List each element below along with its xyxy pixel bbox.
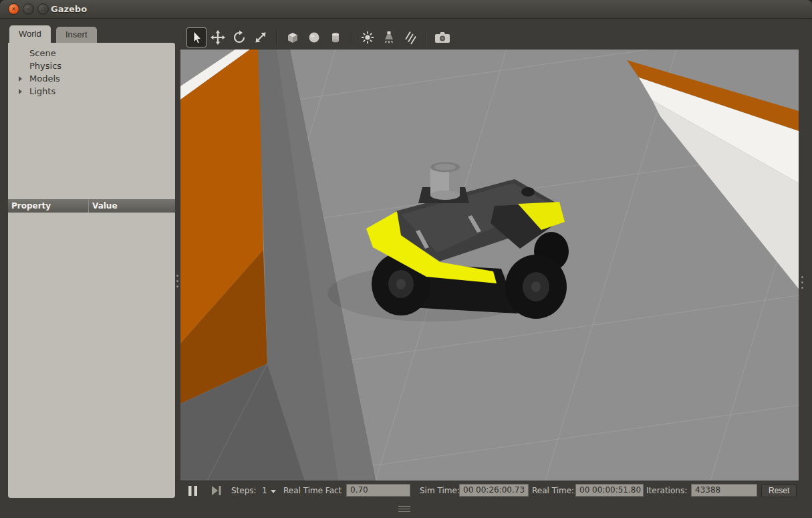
rotate-tool-button[interactable] bbox=[229, 27, 249, 47]
sim-time-field[interactable]: 00 00:26:00.73 bbox=[459, 484, 529, 497]
maximize-button[interactable]: □ bbox=[37, 3, 49, 15]
titlebar[interactable]: × − □ Gazebo bbox=[0, 0, 812, 19]
point-light-button[interactable] bbox=[358, 27, 378, 47]
tree-item-models[interactable]: Models bbox=[8, 72, 175, 85]
tree-item-lights[interactable]: Lights bbox=[8, 85, 175, 98]
rotate-icon bbox=[231, 29, 247, 45]
tree-item-label: Models bbox=[29, 74, 60, 84]
gazebo-window: × − □ Gazebo World Insert Scene Physics … bbox=[0, 0, 812, 518]
render-scene bbox=[180, 49, 799, 481]
close-button[interactable]: × bbox=[8, 3, 19, 15]
steps-value: 1 bbox=[262, 486, 267, 495]
directional-light-icon bbox=[402, 29, 418, 45]
maximize-icon: □ bbox=[41, 7, 45, 12]
tree-item-scene[interactable]: Scene bbox=[8, 47, 175, 59]
toolbar-separator bbox=[351, 29, 352, 45]
property-table-header: Property Value bbox=[8, 199, 175, 213]
spot-light-icon bbox=[381, 29, 397, 45]
column-header-value[interactable]: Value bbox=[89, 199, 175, 213]
tree-item-label: Lights bbox=[29, 86, 55, 96]
reset-button[interactable]: Reset bbox=[761, 484, 797, 497]
toolbar-separator bbox=[276, 29, 277, 45]
toolbar-separator bbox=[426, 29, 427, 45]
translate-tool-button[interactable] bbox=[208, 27, 228, 47]
move-icon bbox=[210, 29, 226, 45]
step-button[interactable] bbox=[211, 481, 222, 499]
splitter-dots-icon bbox=[801, 276, 803, 278]
viewport-3d[interactable] bbox=[180, 49, 799, 481]
world-panel: Scene Physics Models Lights Property Val… bbox=[8, 43, 175, 498]
directional-light-button[interactable] bbox=[400, 27, 420, 47]
sphere-icon bbox=[306, 29, 322, 45]
spot-light-button[interactable] bbox=[379, 27, 399, 47]
real-time-factor-field[interactable]: 0.70 bbox=[346, 484, 410, 497]
close-icon: × bbox=[12, 6, 16, 13]
camera-icon bbox=[434, 30, 451, 45]
sim-time-label: Sim Time: bbox=[420, 481, 460, 499]
spinbox-down-icon[interactable] bbox=[271, 490, 276, 493]
window-title: Gazebo bbox=[51, 4, 87, 14]
box-icon bbox=[285, 29, 301, 45]
sim-control-bar: Steps: 1 Real Time Fact 0.70 Sim Time: 0… bbox=[180, 481, 799, 499]
splitter-dots-icon bbox=[176, 275, 178, 277]
insert-sphere-button[interactable] bbox=[304, 27, 324, 47]
cylinder-icon bbox=[327, 29, 344, 45]
screenshot-button[interactable] bbox=[432, 27, 452, 47]
tree-item-label: Physics bbox=[29, 61, 61, 71]
tab-insert[interactable]: Insert bbox=[56, 27, 97, 43]
render-area: Steps: 1 Real Time Fact 0.70 Sim Time: 0… bbox=[180, 25, 799, 499]
right-splitter-handle[interactable] bbox=[799, 274, 805, 293]
point-light-icon bbox=[360, 29, 376, 45]
column-header-property[interactable]: Property bbox=[8, 199, 89, 213]
expander-icon[interactable] bbox=[19, 89, 22, 94]
insert-box-button[interactable] bbox=[283, 27, 303, 47]
minimize-button[interactable]: − bbox=[23, 3, 34, 15]
real-time-label: Real Time: bbox=[532, 481, 574, 499]
left-splitter-handle[interactable] bbox=[174, 273, 180, 291]
iterations-field[interactable]: 43388 bbox=[691, 484, 757, 497]
tree-item-label: Scene bbox=[29, 48, 56, 58]
tab-world[interactable]: World bbox=[9, 25, 51, 43]
steps-spinbox[interactable]: 1 bbox=[262, 481, 276, 499]
resize-grip[interactable] bbox=[398, 506, 410, 513]
cursor-icon bbox=[189, 30, 204, 45]
pause-icon bbox=[188, 486, 197, 496]
expander-icon[interactable] bbox=[19, 76, 22, 82]
tree-item-physics[interactable]: Physics bbox=[8, 59, 175, 72]
render-toolbar bbox=[180, 25, 799, 49]
minimize-icon: − bbox=[27, 6, 31, 13]
real-time-factor-label: Real Time Fact bbox=[283, 481, 342, 499]
scale-icon bbox=[253, 29, 269, 45]
insert-cylinder-button[interactable] bbox=[325, 27, 346, 47]
world-tree: Scene Physics Models Lights bbox=[8, 43, 175, 98]
step-forward-icon bbox=[211, 486, 222, 495]
real-time-field[interactable]: 00 00:00:51.80 bbox=[575, 484, 644, 497]
iterations-label: Iterations: bbox=[646, 481, 687, 499]
steps-label: Steps: bbox=[231, 481, 257, 499]
pause-button[interactable] bbox=[188, 481, 197, 499]
scale-tool-button[interactable] bbox=[251, 27, 271, 47]
select-tool-button[interactable] bbox=[186, 27, 207, 47]
sidebar: World Insert Scene Physics Models Lights bbox=[8, 25, 175, 498]
